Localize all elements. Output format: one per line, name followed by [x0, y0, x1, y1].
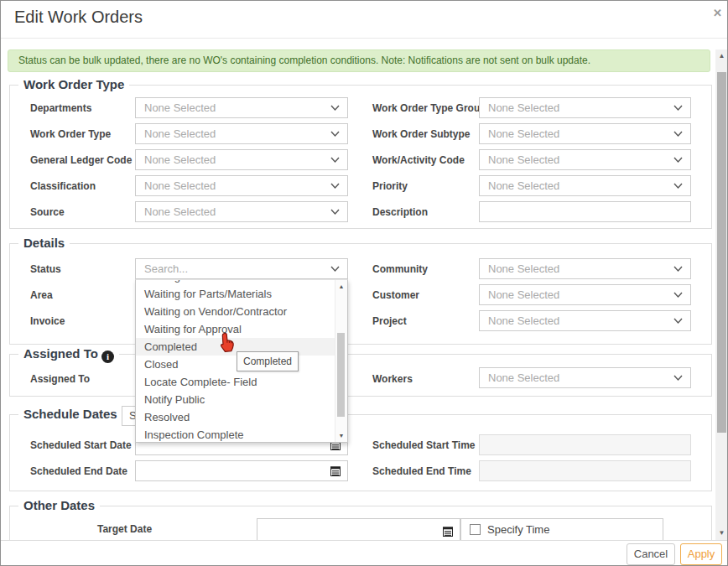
label-description: Description — [372, 206, 428, 218]
section-title: Schedule Dates — [18, 407, 122, 421]
status-option[interactable]: Waiting for Approval — [136, 320, 335, 338]
chevron-down-icon — [330, 105, 340, 112]
chevron-down-icon — [673, 131, 683, 138]
label-scheduled-end-time: Scheduled End Time — [372, 465, 471, 477]
label-classification: Classification — [30, 180, 96, 192]
section-title: Other Dates — [18, 498, 100, 512]
label-wo-type-group: Work Order Type Group — [372, 102, 486, 114]
calendar-icon[interactable] — [330, 465, 341, 476]
dropdown-scrollbar[interactable]: ▲ ▼ — [335, 280, 347, 442]
source-select[interactable]: None Selected — [135, 201, 348, 222]
scroll-up-icon[interactable]: ▲ — [335, 283, 347, 289]
classification-select[interactable]: None Selected — [135, 175, 348, 196]
header-divider — [1, 38, 727, 39]
label-invoice: Invoice — [30, 315, 65, 327]
label-source: Source — [30, 206, 65, 218]
status-banner: Status can be bulk updated, there are no… — [8, 49, 710, 72]
section-title: Assigned To i — [18, 346, 119, 363]
scrollbar-thumb[interactable] — [717, 72, 726, 433]
status-option-highlighted[interactable]: Completed — [136, 338, 335, 356]
scroll-down-icon[interactable]: ▼ — [335, 433, 347, 439]
label-status: Status — [30, 263, 61, 275]
priority-select[interactable]: None Selected — [479, 175, 691, 196]
status-option[interactable]: Notify Public — [136, 391, 335, 408]
status-option[interactable]: Waiting for Parts/Materials — [136, 285, 335, 303]
status-option[interactable]: Waiting on Vendor/Contractor — [136, 303, 335, 320]
label-community: Community — [372, 263, 428, 275]
scrollbar-thumb[interactable] — [337, 333, 345, 417]
label-scheduled-end-date: Scheduled End Date — [30, 465, 127, 477]
gl-code-select[interactable]: None Selected — [135, 149, 348, 170]
chevron-down-icon — [673, 292, 683, 299]
section-title: Details — [18, 236, 70, 250]
specify-time-checkbox[interactable] — [470, 524, 481, 535]
cancel-button[interactable]: Cancel — [627, 543, 675, 565]
label-scheduled-start-date: Scheduled Start Date — [30, 439, 132, 451]
chevron-down-icon — [330, 157, 340, 164]
label-workers: Workers — [372, 373, 413, 385]
apply-button[interactable]: Apply — [680, 543, 722, 565]
label-priority: Priority — [372, 180, 408, 192]
community-select[interactable]: None Selected — [479, 258, 691, 279]
close-icon[interactable]: ✕ — [713, 7, 722, 19]
label-wo-type: Work Order Type — [30, 128, 111, 140]
wo-subtype-select[interactable]: None Selected — [479, 123, 691, 144]
label-area: Area — [30, 289, 53, 301]
cursor-hand-icon — [218, 332, 236, 353]
status-option[interactable]: Closed — [136, 356, 335, 373]
workers-select[interactable]: None Selected — [479, 367, 691, 388]
chevron-down-icon — [330, 209, 340, 215]
departments-select[interactable]: None Selected — [135, 97, 348, 118]
chevron-down-icon — [673, 375, 683, 382]
chevron-down-icon — [673, 157, 683, 164]
specify-time-label: Specify Time — [487, 519, 549, 541]
chevron-down-icon — [330, 183, 340, 190]
status-combobox[interactable]: Search... — [135, 258, 348, 279]
status-option[interactable]: Inspection Complete — [136, 426, 335, 443]
dialog-scrollbar[interactable]: ▲ ▼ — [715, 49, 728, 540]
scheduled-end-time-input — [479, 460, 691, 481]
label-project: Project — [372, 315, 407, 327]
chevron-down-icon — [673, 266, 683, 273]
wo-type-select[interactable]: None Selected — [135, 123, 348, 144]
status-option[interactable]: Locate Complete- Field — [136, 373, 335, 391]
chevron-down-icon — [673, 318, 683, 325]
scheduled-end-date-input[interactable] — [135, 460, 348, 481]
description-input[interactable] — [479, 201, 691, 222]
scroll-down-icon[interactable]: ▼ — [715, 529, 728, 537]
label-departments: Departments — [30, 102, 91, 114]
label-assigned-to: Assigned To — [30, 373, 90, 385]
label-target-date: Target Date — [97, 523, 152, 535]
label-wo-subtype: Work Order Subtype — [372, 128, 470, 140]
wo-type-group-select[interactable]: None Selected — [479, 97, 691, 118]
work-activity-code-select[interactable]: None Selected — [479, 149, 691, 170]
label-work-activity-code: Work/Activity Code — [372, 154, 465, 166]
scheduled-start-time-input — [479, 434, 691, 455]
status-option[interactable]: Resolved — [136, 408, 335, 426]
project-select[interactable]: None Selected — [479, 310, 691, 331]
chevron-down-icon — [673, 105, 683, 112]
dialog-footer: Cancel Apply — [1, 540, 727, 566]
label-customer: Customer — [372, 289, 419, 301]
status-option[interactable]: Waiting on Worker — [136, 279, 335, 285]
status-search-placeholder: Search... — [144, 259, 188, 278]
label-gl-code: General Ledger Code — [30, 154, 132, 166]
customer-select[interactable]: None Selected — [479, 284, 691, 305]
edit-work-orders-dialog: Edit Work Orders ✕ Status can be bulk up… — [0, 0, 728, 566]
calendar-icon[interactable] — [443, 526, 453, 537]
section-title: Work Order Type — [18, 77, 129, 91]
info-icon[interactable]: i — [101, 351, 114, 363]
tooltip: Completed — [237, 351, 299, 371]
dialog-title: Edit Work Orders — [14, 8, 143, 27]
chevron-down-icon — [330, 131, 340, 138]
scroll-up-icon[interactable]: ▲ — [715, 52, 728, 60]
label-scheduled-start-time: Scheduled Start Time — [372, 439, 475, 451]
chevron-down-icon — [673, 183, 683, 190]
chevron-down-icon — [330, 266, 340, 273]
